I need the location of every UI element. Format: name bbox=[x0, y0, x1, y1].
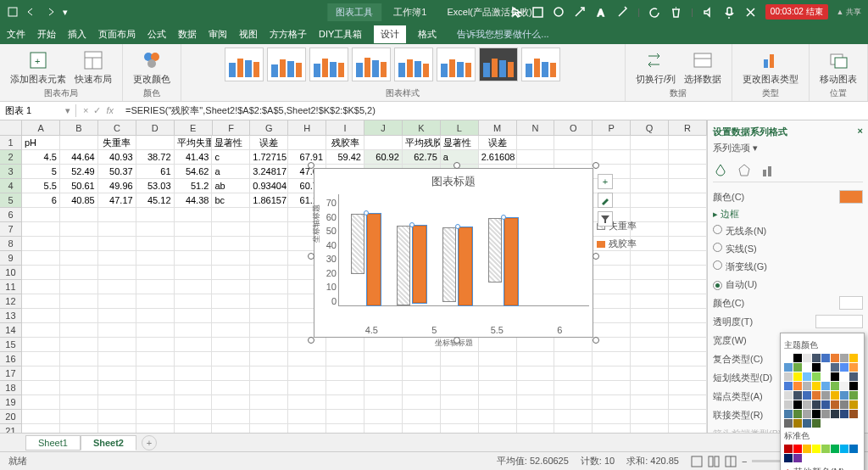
undo-icon[interactable] bbox=[25, 6, 37, 18]
quick-layout-button[interactable]: 快速布局 bbox=[73, 48, 114, 87]
volume-icon[interactable] bbox=[702, 6, 715, 19]
svg-marker-19 bbox=[739, 165, 749, 176]
tab-sheet2[interactable]: Sheet2 bbox=[81, 435, 136, 450]
menu-square[interactable]: 方方格子 bbox=[270, 28, 307, 41]
cancel-fx-icon[interactable]: × bbox=[83, 105, 88, 116]
chart-styles-gallery[interactable] bbox=[225, 48, 581, 81]
ok-fx-icon[interactable]: ✓ bbox=[93, 105, 101, 116]
menu-view[interactable]: 视图 bbox=[239, 28, 258, 41]
menu-diy[interactable]: DIY工具箱 bbox=[319, 28, 362, 41]
col-header[interactable]: D bbox=[136, 120, 175, 135]
svg-rect-15 bbox=[764, 59, 768, 68]
menu-design[interactable]: 设计 bbox=[374, 25, 406, 43]
tell-me[interactable]: 告诉我您想要做什么... bbox=[448, 28, 548, 41]
workbook-name: 工作簿1 bbox=[385, 6, 435, 19]
status-count: 计数: 10 bbox=[581, 455, 615, 467]
menu-data[interactable]: 数据 bbox=[178, 28, 197, 41]
page-layout-icon[interactable] bbox=[708, 456, 720, 467]
add-chart-element-button[interactable]: +添加图表元素 bbox=[8, 48, 68, 87]
svg-text:+: + bbox=[35, 56, 40, 66]
select-data-button[interactable]: 选择数据 bbox=[682, 48, 723, 87]
menu-start[interactable]: 开始 bbox=[37, 28, 56, 41]
col-header[interactable]: F bbox=[213, 120, 251, 135]
col-header[interactable]: Q bbox=[631, 120, 669, 135]
select-all-corner[interactable] bbox=[0, 120, 22, 135]
chart-brush-button[interactable] bbox=[598, 193, 613, 208]
formula-input[interactable]: =SERIES("残胶率",Sheet2!$A$2:$A$5,Sheet2!$K… bbox=[120, 104, 868, 117]
trash-icon[interactable] bbox=[670, 6, 682, 19]
tab-sheet1[interactable]: Sheet1 bbox=[25, 435, 81, 450]
col-header[interactable]: N bbox=[517, 120, 555, 135]
svg-rect-0 bbox=[8, 8, 17, 16]
menu-file[interactable]: 文件 bbox=[7, 28, 25, 41]
svg-text:A: A bbox=[598, 8, 604, 18]
close-icon[interactable] bbox=[744, 6, 757, 19]
text-icon[interactable]: A bbox=[595, 6, 608, 19]
transparency-input[interactable] bbox=[815, 315, 863, 328]
col-header[interactable]: K bbox=[403, 120, 441, 135]
square-icon[interactable] bbox=[531, 6, 544, 19]
menu-formula[interactable]: 公式 bbox=[147, 28, 166, 41]
svg-rect-23 bbox=[709, 456, 713, 467]
add-sheet-button[interactable]: + bbox=[142, 435, 157, 450]
taskpane-close-icon[interactable]: × bbox=[858, 126, 863, 138]
svg-point-2 bbox=[554, 8, 563, 16]
undo2-icon[interactable] bbox=[648, 6, 661, 19]
col-header[interactable]: L bbox=[441, 120, 479, 135]
fx-icon[interactable]: fx bbox=[106, 105, 114, 116]
switch-row-col-button[interactable]: 切换行/列 bbox=[634, 48, 677, 87]
redo-icon[interactable] bbox=[44, 6, 56, 18]
pointer-icon[interactable] bbox=[510, 6, 523, 19]
col-header[interactable]: J bbox=[364, 120, 403, 135]
status-avg: 平均值: 52.60625 bbox=[497, 455, 569, 467]
status-ready: 就绪 bbox=[8, 455, 27, 467]
menu-format[interactable]: 格式 bbox=[418, 28, 437, 41]
menu-layout[interactable]: 页面布局 bbox=[98, 28, 136, 41]
svg-rect-22 bbox=[692, 456, 702, 467]
wand-icon[interactable] bbox=[616, 6, 629, 19]
col-header[interactable]: R bbox=[669, 120, 707, 135]
svg-rect-7 bbox=[85, 52, 102, 69]
menu-insert[interactable]: 插入 bbox=[68, 28, 86, 41]
status-sum: 求和: 420.85 bbox=[626, 455, 679, 467]
col-header[interactable]: C bbox=[98, 120, 136, 135]
svg-rect-21 bbox=[768, 166, 771, 176]
mic-icon[interactable] bbox=[723, 6, 736, 19]
name-box[interactable]: 图表 1▾ bbox=[0, 104, 76, 117]
svg-point-12 bbox=[147, 59, 156, 68]
col-header[interactable]: H bbox=[288, 120, 326, 135]
col-header[interactable]: P bbox=[593, 120, 631, 135]
effects-tab-icon[interactable] bbox=[737, 163, 752, 178]
border-color-picker[interactable] bbox=[839, 296, 863, 310]
chart-tools-tab: 图表工具 bbox=[327, 3, 381, 21]
normal-view-icon[interactable] bbox=[691, 456, 703, 467]
save-icon[interactable] bbox=[7, 6, 19, 18]
svg-rect-1 bbox=[533, 8, 542, 17]
fill-color-picker[interactable] bbox=[839, 190, 863, 204]
menu-review[interactable]: 审阅 bbox=[209, 28, 227, 41]
move-chart-button[interactable]: 移动图表 bbox=[818, 48, 859, 87]
svg-rect-13 bbox=[694, 53, 711, 67]
col-header[interactable]: B bbox=[60, 120, 98, 135]
embedded-chart[interactable]: 图表标题 坐标轴标题 706050403020100 失重率 残胶率 4.555… bbox=[314, 168, 593, 338]
fill-tab-icon[interactable] bbox=[713, 163, 728, 178]
svg-rect-4 bbox=[727, 8, 732, 14]
page-break-icon[interactable] bbox=[725, 456, 737, 467]
col-header[interactable]: I bbox=[326, 120, 364, 135]
col-header[interactable]: A bbox=[22, 120, 60, 135]
series-tab-icon[interactable] bbox=[760, 163, 776, 178]
chart-filter-button[interactable] bbox=[598, 211, 613, 227]
color-popup[interactable]: 主题颜色 标准色 ◆ 其他颜色(M)... bbox=[780, 333, 865, 470]
col-header[interactable]: O bbox=[554, 120, 593, 135]
arrow-icon[interactable] bbox=[574, 6, 587, 19]
change-color-button[interactable]: 更改颜色 bbox=[131, 48, 172, 87]
col-header[interactable]: E bbox=[175, 120, 213, 135]
svg-rect-16 bbox=[770, 54, 774, 68]
col-header[interactable]: M bbox=[479, 120, 517, 135]
svg-rect-20 bbox=[763, 170, 766, 176]
chart-title[interactable]: 图表标题 bbox=[314, 169, 593, 194]
circle-icon[interactable] bbox=[553, 6, 565, 19]
chart-plus-button[interactable]: + bbox=[598, 174, 613, 189]
col-header[interactable]: G bbox=[250, 120, 288, 135]
change-chart-type-button[interactable]: 更改图表类型 bbox=[741, 48, 800, 87]
